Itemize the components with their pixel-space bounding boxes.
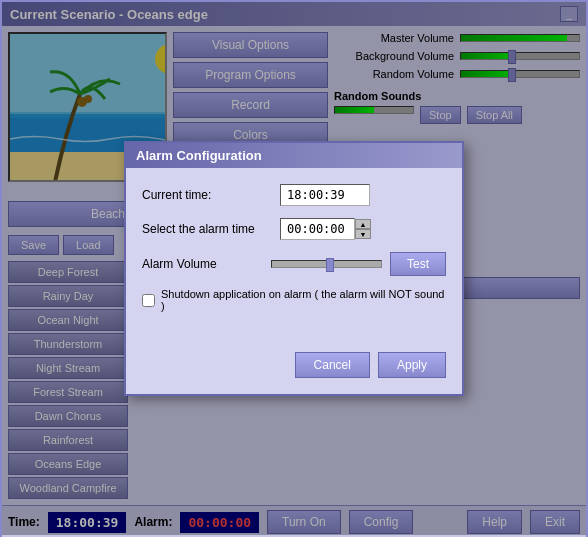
current-time-label: Current time: xyxy=(142,188,272,202)
modal-footer: Cancel Apply xyxy=(126,344,462,394)
modal-title-bar: Alarm Configuration xyxy=(126,143,462,168)
apply-button[interactable]: Apply xyxy=(378,352,446,378)
modal-title: Alarm Configuration xyxy=(136,148,262,163)
spin-up-button[interactable]: ▲ xyxy=(355,219,371,229)
spin-down-button[interactable]: ▼ xyxy=(355,229,371,239)
alarm-config-dialog: Alarm Configuration Current time: Select… xyxy=(124,141,464,396)
alarm-time-input[interactable] xyxy=(280,218,355,240)
cancel-button[interactable]: Cancel xyxy=(295,352,370,378)
alarm-time-spinner: ▲ ▼ xyxy=(280,218,371,240)
select-alarm-row: Select the alarm time ▲ ▼ xyxy=(142,218,446,240)
alarm-volume-thumb[interactable] xyxy=(326,258,334,272)
shutdown-checkbox[interactable] xyxy=(142,294,155,307)
shutdown-label: Shutdown application on alarm ( the alar… xyxy=(161,288,446,312)
alarm-volume-slider[interactable] xyxy=(271,260,382,268)
current-time-row: Current time: xyxy=(142,184,446,206)
alarm-volume-row: Alarm Volume Test xyxy=(142,252,446,276)
alarm-volume-label: Alarm Volume xyxy=(142,257,263,271)
modal-overlay: Alarm Configuration Current time: Select… xyxy=(2,2,586,535)
shutdown-row: Shutdown application on alarm ( the alar… xyxy=(142,288,446,312)
current-time-field xyxy=(280,184,370,206)
modal-body: Current time: Select the alarm time ▲ ▼ xyxy=(126,168,462,344)
test-button[interactable]: Test xyxy=(390,252,446,276)
spin-buttons: ▲ ▼ xyxy=(355,219,371,239)
main-window: Current Scenario - Oceans edge _ xyxy=(0,0,588,537)
select-alarm-label: Select the alarm time xyxy=(142,222,272,236)
